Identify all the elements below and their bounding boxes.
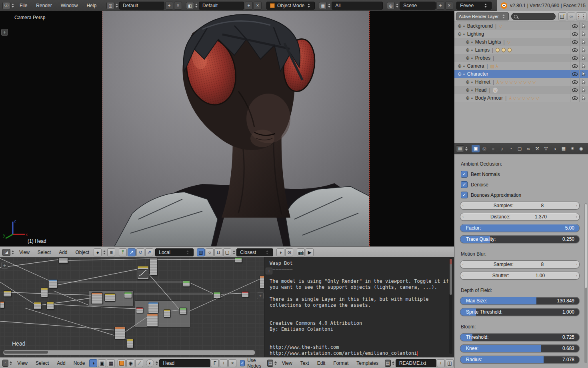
new-text-button[interactable]: +: [437, 359, 445, 367]
tab-world[interactable]: ◔: [507, 145, 515, 152]
tab-modifiers[interactable]: ⚒: [533, 145, 541, 152]
outliner-row-lighting[interactable]: ⊖•Lighting: [454, 30, 588, 38]
shader-type-world-icon[interactable]: ▣: [98, 359, 106, 367]
shader-node-2[interactable]: [137, 266, 149, 280]
tab-object[interactable]: ▢: [516, 145, 524, 152]
eye-icon[interactable]: [572, 40, 578, 44]
text-datablock-icon[interactable]: ▤: [385, 360, 391, 367]
text-editor-type-icon[interactable]: ▤: [267, 360, 273, 367]
eye-icon[interactable]: [572, 32, 578, 36]
outliner-row-background[interactable]: ⊕•Background|▽: [454, 22, 588, 30]
eye-icon[interactable]: [572, 56, 578, 60]
overlap-regions-icon[interactable]: ≡: [107, 248, 115, 256]
render-engine-dropdown[interactable]: Eevee: [456, 2, 492, 10]
new-material-button[interactable]: +: [220, 359, 228, 367]
tab-view-layer[interactable]: ≡: [489, 145, 497, 152]
tab-output[interactable]: ⎙: [480, 145, 488, 152]
selectability-column[interactable]: [579, 70, 588, 78]
menu-select[interactable]: Select: [32, 360, 53, 366]
object-context-cube-icon[interactable]: [119, 361, 124, 366]
slider-left-arrow[interactable]: ‹: [462, 204, 464, 208]
pivot-point-icon[interactable]: ⊙: [285, 248, 293, 256]
cursor-icon[interactable]: [582, 48, 586, 52]
outliner-row-character[interactable]: ⊖•Character: [454, 70, 588, 78]
viewport-editor-type-icon[interactable]: ◪: [2, 249, 10, 256]
cursor-icon[interactable]: [582, 72, 586, 76]
slider-spritethreshold[interactable]: Sprite Threshold:1.000: [460, 308, 580, 316]
shader-node-5[interactable]: [3, 290, 11, 297]
slider-right-arrow[interactable]: ›: [576, 215, 577, 219]
outliner-row-lamps[interactable]: ⊕•Lamps|: [454, 46, 588, 54]
checkbox-bent-normals[interactable]: ✓Bent Normals: [461, 170, 580, 178]
shader-node-15[interactable]: [164, 309, 170, 318]
material-name-field[interactable]: Head: [159, 359, 210, 367]
add-scene-button[interactable]: +: [436, 2, 444, 10]
shader-node-13[interactable]: [148, 302, 158, 313]
add-layout-button[interactable]: +: [165, 2, 173, 10]
3d-viewport[interactable]: Camera Persp + z x y (1) Head: [0, 11, 454, 246]
menu-node[interactable]: Node: [70, 360, 89, 366]
viewport-sidebar-plus-tab[interactable]: +: [1, 29, 8, 36]
snap-target-dropdown[interactable]: Closest: [236, 248, 273, 256]
shader-node-19[interactable]: [242, 291, 249, 297]
delete-layout-button[interactable]: ×: [174, 2, 182, 10]
cursor-icon[interactable]: [582, 88, 586, 92]
menu-render[interactable]: Render: [32, 3, 56, 8]
delete-scene-button[interactable]: ×: [445, 2, 453, 10]
outliner-row-head[interactable]: ⊕•Head|▽: [454, 86, 588, 94]
slider-samples[interactable]: ‹Samples:8›: [460, 260, 580, 268]
properties-scroll-thumb[interactable]: [585, 204, 587, 288]
material-spinner[interactable]: [156, 361, 158, 365]
slider-tracequality[interactable]: Trace Quality:0.250: [460, 235, 580, 243]
properties-editor-spinner[interactable]: [465, 147, 468, 151]
manipulator-translate-icon[interactable]: ⤒: [119, 248, 127, 256]
tab-scene[interactable]: ♪: [498, 145, 506, 152]
expand-toggle-icon[interactable]: ⊖: [457, 31, 462, 37]
visibility-column[interactable]: [570, 22, 579, 30]
shading-mode-button[interactable]: ●: [94, 248, 102, 256]
menu-edit[interactable]: Edit: [313, 360, 330, 366]
shader-node-9[interactable]: [91, 292, 103, 304]
scene-icon[interactable]: ◎: [387, 2, 395, 9]
text-editor-plus-tab[interactable]: +: [266, 268, 272, 274]
visibility-column[interactable]: [570, 30, 579, 38]
cursor-icon[interactable]: [582, 24, 586, 28]
menu-help[interactable]: Help: [82, 3, 101, 8]
visibility-column[interactable]: [570, 46, 579, 54]
manipulator-rotate-icon[interactable]: ↺: [136, 248, 144, 256]
properties-scrollbar[interactable]: [584, 203, 587, 363]
node-editor-right-plus-tab[interactable]: +: [257, 292, 264, 299]
delete-scene-layout-button[interactable]: ×: [254, 2, 262, 10]
visibility-column[interactable]: [570, 94, 579, 102]
snap-spinner[interactable]: [233, 250, 235, 254]
menu-select[interactable]: Select: [34, 250, 55, 255]
cursor-icon[interactable]: [582, 96, 586, 100]
paint-mask-icon[interactable]: ◑: [276, 248, 284, 256]
text-editor-vscrollbar[interactable]: [449, 258, 452, 354]
shader-node-16[interactable]: [179, 308, 187, 314]
shader-node-21[interactable]: [114, 327, 125, 339]
text-editor-spinner[interactable]: [274, 361, 277, 365]
shader-node-10[interactable]: [104, 293, 115, 302]
selectability-column[interactable]: [579, 38, 588, 46]
scene-layout-name-field[interactable]: Default: [199, 2, 244, 10]
shader-node-18[interactable]: [213, 292, 221, 298]
slider-maxsize[interactable]: Max Size:130.849: [460, 297, 580, 305]
tab-render[interactable]: ▣: [472, 145, 480, 152]
scene-layout-spinner[interactable]: [195, 4, 198, 8]
node-editor-spinner[interactable]: [10, 361, 12, 365]
selectability-column[interactable]: [579, 22, 588, 30]
text-datablock-spinner[interactable]: [392, 361, 394, 365]
selectability-column[interactable]: [579, 54, 588, 62]
view-layer-spinner[interactable]: [328, 4, 330, 8]
snap-magnet-icon[interactable]: ⊔: [214, 248, 222, 256]
expand-toggle-icon[interactable]: ⊕: [465, 47, 470, 53]
eye-icon[interactable]: [572, 88, 578, 92]
tab-constraints[interactable]: ∞: [524, 145, 532, 152]
expand-toggle-icon[interactable]: ⊕: [457, 23, 462, 29]
cursor-icon[interactable]: [582, 32, 586, 36]
menu-format[interactable]: Format: [329, 360, 352, 366]
visibility-column[interactable]: [570, 78, 579, 86]
shader-node-12[interactable]: [136, 307, 143, 313]
shading-spinner[interactable]: [103, 250, 106, 254]
